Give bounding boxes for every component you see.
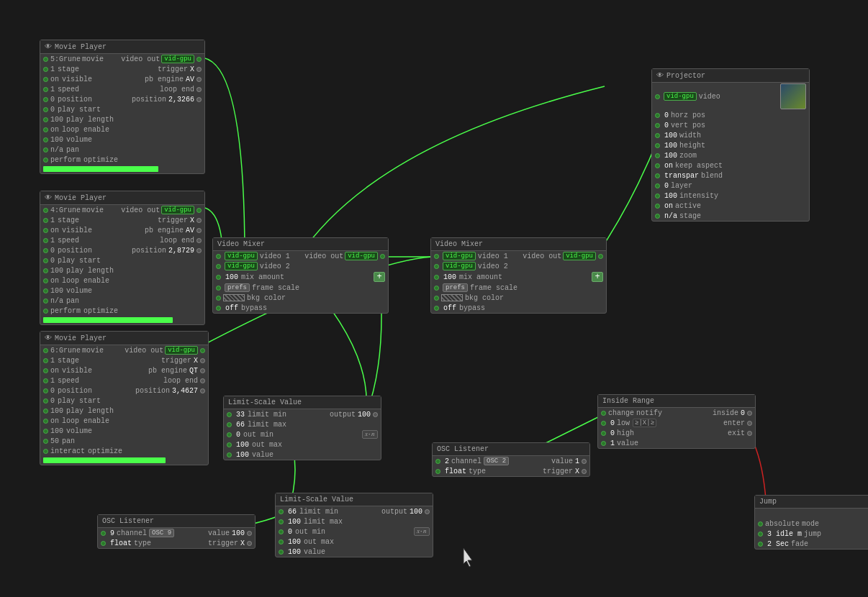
port-left[interactable] <box>43 67 48 72</box>
osc-listener-1: OSC Listener 9 channel OSC 9 value 100 f… <box>97 514 256 549</box>
movie-player-2: 👁 Movie Player 4:Grune movie video out v… <box>40 191 205 325</box>
eye-icon: 👁 <box>45 334 52 342</box>
eye-icon: 👁 <box>45 193 52 202</box>
movie-player-1-row-movie: 5:Grune movie video out vid-gpu <box>40 54 204 64</box>
progress-bar-1 <box>43 166 158 172</box>
port-left[interactable] <box>43 57 48 62</box>
projector: 👁 Projector vid-gpu video 0 horz pos 0 v… <box>651 68 810 222</box>
movie-player-2-title: 👁 Movie Player <box>40 191 204 205</box>
inside-range: Inside Range change notify inside 0 0 lo… <box>597 394 756 449</box>
eye-icon: 👁 <box>656 71 664 80</box>
eye-icon: 👁 <box>45 42 52 51</box>
jump-node: Jump trigger absolute mode ■ 3 idle m ju… <box>754 495 868 550</box>
mix2-plus-btn[interactable]: + <box>592 272 603 282</box>
progress-bar-3 <box>43 457 166 463</box>
cursor <box>461 547 475 568</box>
formula-btn[interactable]: 𝑥·𝑛 <box>362 430 378 439</box>
progress-bar-2 <box>43 317 173 323</box>
video-mixer-1: Video Mixer vid-gpu video 1 video out vi… <box>212 237 389 314</box>
limit-scale-2: Limit-Scale Value 66 limit min output 10… <box>275 493 433 557</box>
movie-player-1: 👁 Movie Player 5:Grune movie video out v… <box>40 40 205 174</box>
movie-player-1-row-stage: 1 stage trigger X <box>40 64 204 74</box>
projector-thumbnail <box>780 83 806 109</box>
port-right[interactable] <box>196 67 202 72</box>
movie-player-3-title: 👁 Movie Player <box>40 332 208 345</box>
osc-listener-2: OSC Listener 2 channel OSC 2 value 1 flo… <box>432 442 590 477</box>
port-right[interactable] <box>196 57 202 62</box>
formula-btn-2[interactable]: 𝑥·𝑛 <box>414 527 430 536</box>
video-mixer-2: Video Mixer vid-gpu video 1 video out vi… <box>430 237 607 314</box>
inside-range-btn[interactable]: ≥|X|≥ <box>633 419 656 427</box>
mix-plus-btn[interactable]: + <box>374 272 385 282</box>
limit-scale-1: Limit-Scale Value 33 limit min output 10… <box>223 396 381 460</box>
movie-player-3: 👁 Movie Player 6:Grune movie video out v… <box>40 331 209 465</box>
movie-player-1-title: 👁 Movie Player <box>40 40 204 54</box>
